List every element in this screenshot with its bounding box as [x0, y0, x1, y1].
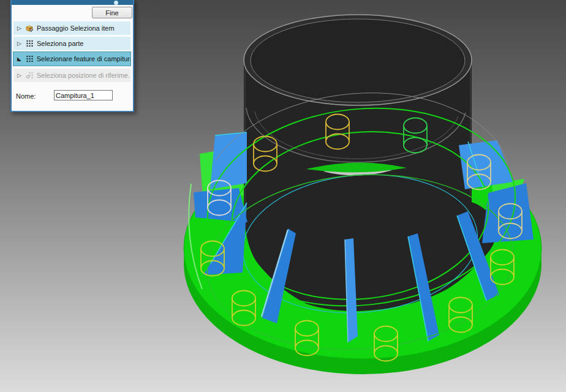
tube-rim[interactable]	[244, 15, 472, 105]
chevron-right-icon: ▷	[17, 73, 23, 78]
chevron-right-icon[interactable]: ▷	[17, 41, 23, 47]
step-select-part[interactable]: ▷ Seleziona parte	[13, 37, 130, 50]
dialog-help-icon[interactable]	[114, 1, 118, 5]
select-item-icon	[26, 24, 34, 32]
step-label: Passaggio Seleziona item	[37, 24, 115, 32]
step-label: Seleziona posizione di riferime...	[37, 72, 130, 79]
chevron-right-icon[interactable]: ▷	[17, 26, 23, 31]
dialog-titlebar[interactable]	[12, 0, 133, 5]
campitura-dialog[interactable]: Fine ▷ Passaggio Seleziona item ▷ Selezi…	[10, 0, 134, 112]
step-select-item[interactable]: ▷ Passaggio Seleziona item	[13, 21, 130, 35]
fine-button[interactable]: Fine	[92, 7, 132, 18]
pattern-dots-icon	[26, 40, 34, 47]
tube-inner-wall	[251, 19, 465, 102]
step-label: Selezionare feature di campitura	[37, 55, 130, 62]
chevron-expanded-icon[interactable]: ◣	[17, 56, 23, 62]
step-select-reference-position: ▷ Seleziona posizione di riferime...	[13, 69, 130, 82]
step-select-pattern-feature[interactable]: ◣ Selezionare feature di campitura	[13, 52, 130, 66]
name-label: Nome:	[16, 92, 36, 100]
reference-position-icon	[26, 72, 34, 79]
step-label: Seleziona parte	[37, 40, 83, 47]
pattern-dots-icon	[26, 55, 34, 62]
name-input[interactable]	[54, 90, 113, 100]
